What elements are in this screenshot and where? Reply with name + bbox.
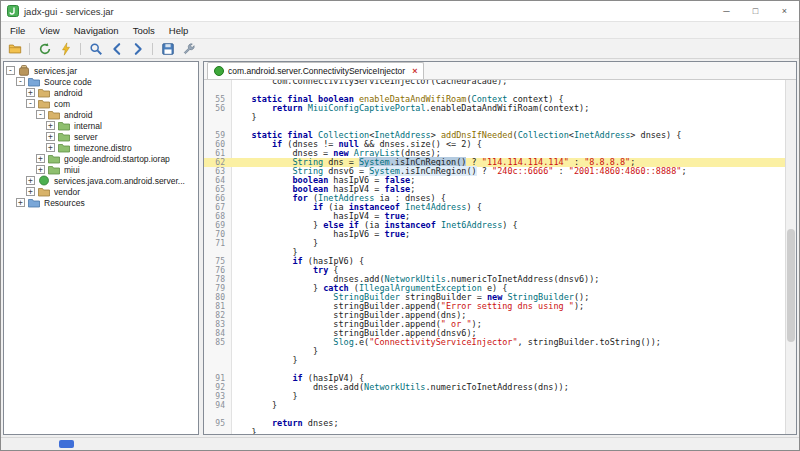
menu-item-navigation[interactable]: Navigation (67, 25, 126, 36)
menu-item-file[interactable]: File (3, 25, 32, 36)
menu-item-view[interactable]: View (32, 25, 66, 36)
open-folder-icon (8, 42, 22, 56)
package-green-icon (48, 164, 61, 175)
tree-item-label: android (64, 110, 92, 120)
vertical-scrollbar-thumb[interactable] (787, 229, 795, 342)
line-number: 80 (204, 293, 231, 302)
tree-expander-icon[interactable]: + (26, 187, 35, 196)
window-title: jadx-gui - services.jar (24, 6, 114, 17)
package-icon (38, 186, 51, 197)
close-button[interactable]: × (770, 1, 799, 21)
tree-expander-icon[interactable]: + (46, 121, 55, 130)
back-arrow-button[interactable] (107, 40, 126, 57)
app-window: jadx-gui - services.jar ─ □ × FileViewNa… (0, 0, 800, 451)
toolbar-separator (29, 43, 30, 55)
line-number (204, 86, 231, 95)
code-line: 94 } (204, 401, 785, 410)
app-icon (7, 5, 19, 17)
line-number: 64 (204, 176, 231, 185)
tree-item-label: server (74, 132, 98, 142)
toolbar-separator (80, 43, 81, 55)
line-number (204, 410, 231, 419)
editor-body: com.ConnectivityServiceInjector(CachedFa… (204, 80, 796, 434)
minimize-button[interactable]: ─ (712, 1, 741, 21)
line-number: 95 (204, 419, 231, 428)
tree-item[interactable]: +timezone.distro (4, 142, 198, 153)
tree-item-label: com (54, 99, 70, 109)
tree-item-label: services.java.com.android.server... (54, 176, 185, 186)
tree-expander-icon[interactable]: + (46, 143, 55, 152)
tree-item[interactable]: -android (4, 109, 198, 120)
tree-expander-icon[interactable]: + (46, 132, 55, 141)
tree-expander-icon[interactable]: + (36, 154, 45, 163)
title-bar: jadx-gui - services.jar ─ □ × (1, 1, 799, 22)
line-number (204, 365, 231, 374)
settings-wrench-icon (182, 42, 196, 56)
tree-item[interactable]: +vendor (4, 186, 198, 197)
open-folder-button[interactable] (5, 40, 24, 57)
maximize-button[interactable]: □ (741, 1, 770, 21)
tree-expander-icon[interactable]: + (36, 165, 45, 174)
text-search-button[interactable] (86, 40, 105, 57)
menu-item-help[interactable]: Help (162, 25, 196, 36)
menu-item-tools[interactable]: Tools (126, 25, 162, 36)
line-number (204, 356, 231, 365)
tree-expander-icon[interactable]: + (26, 176, 35, 185)
tree-expander-icon[interactable]: + (26, 88, 35, 97)
tree-item[interactable]: +miui (4, 164, 198, 175)
tree-item[interactable]: -services.jar (4, 65, 198, 76)
line-number: 67 (204, 203, 231, 212)
vertical-scrollbar[interactable] (785, 80, 796, 434)
line-number: 63 (204, 167, 231, 176)
folder-blue-icon (28, 76, 41, 87)
line-number: 78 (204, 275, 231, 284)
package-icon (48, 109, 61, 120)
line-number: 61 (204, 149, 231, 158)
line-number: 76 (204, 266, 231, 275)
tree-item[interactable]: -com (4, 98, 198, 109)
code-line: 93 } (204, 392, 785, 401)
tree-expander-icon[interactable]: + (16, 198, 25, 207)
tree-item[interactable]: +android (4, 87, 198, 98)
line-number: 62 (204, 158, 231, 167)
class-icon (38, 175, 51, 186)
tree-item[interactable]: +google.android.startop.iorap (4, 153, 198, 164)
flash-button[interactable] (56, 40, 75, 57)
tab-connectivity-service-injector[interactable]: com.android.server.ConnectivityServiceIn… (207, 62, 424, 79)
settings-wrench-button[interactable] (179, 40, 198, 57)
text-search-icon (89, 42, 103, 56)
editor-panel: com.android.server.ConnectivityServiceIn… (203, 61, 797, 435)
tree-item[interactable]: -Source code (4, 76, 198, 87)
horizontal-scrollbar[interactable] (1, 437, 799, 450)
line-number: 59 (204, 131, 231, 140)
tree-item[interactable]: +internal (4, 120, 198, 131)
code-line: } (204, 428, 785, 434)
jar-icon (18, 65, 31, 76)
horizontal-scrollbar-thumb[interactable] (59, 440, 74, 448)
line-number (204, 122, 231, 131)
tree-expander-icon[interactable]: - (6, 66, 15, 75)
tab-close-icon[interactable]: × (412, 66, 417, 76)
save-all-button[interactable] (158, 40, 177, 57)
toolbar (1, 39, 799, 59)
folder-blue-icon (28, 197, 41, 208)
line-number: 66 (204, 194, 231, 203)
line-number: 79 (204, 284, 231, 293)
tree-expander-icon[interactable]: - (36, 110, 45, 119)
code-line: 95 return dnses; (204, 419, 785, 428)
package-icon (38, 98, 51, 109)
reload-icon (38, 42, 52, 56)
line-number: 65 (204, 185, 231, 194)
line-number: 91 (204, 374, 231, 383)
code-area[interactable]: com.ConnectivityServiceInjector(CachedFa… (204, 80, 785, 434)
line-number (204, 248, 231, 257)
forward-arrow-button[interactable] (128, 40, 147, 57)
tree-item[interactable]: +server (4, 131, 198, 142)
line-number: 75 (204, 257, 231, 266)
tree-item[interactable]: +services.java.com.android.server... (4, 175, 198, 186)
reload-button[interactable] (35, 40, 54, 57)
tree-expander-icon[interactable]: - (16, 77, 25, 86)
tree-expander-icon[interactable]: - (26, 99, 35, 108)
tree-item[interactable]: +Resources (4, 197, 198, 208)
file-tree[interactable]: -services.jar-Source code+android-com-an… (4, 62, 198, 208)
